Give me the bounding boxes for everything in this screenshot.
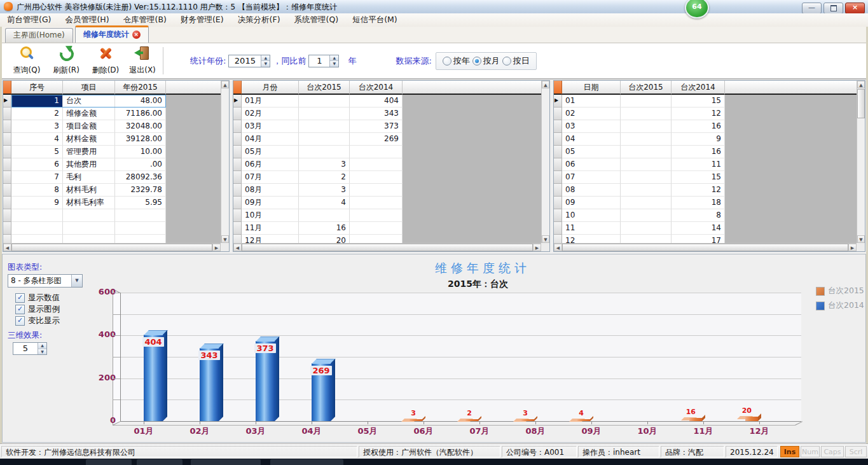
horizontal-scrollbar[interactable]: ◀▶ — [3, 243, 221, 251]
radio-按日[interactable]: 按日 — [502, 55, 530, 67]
table-cell[interactable]: 材料毛利率 — [63, 197, 115, 209]
table-cell[interactable]: 毛利 — [63, 171, 115, 184]
bar-taici2015[interactable] — [410, 419, 422, 421]
effect-3d-spinner[interactable]: 5 ▲▼ — [13, 342, 47, 355]
vertical-scrollbar[interactable]: ▲▼ — [857, 81, 865, 243]
table-cell[interactable]: 11 — [562, 222, 621, 235]
row-indicator[interactable] — [3, 235, 11, 243]
table-row[interactable]: 08月3 — [233, 184, 541, 197]
column-header[interactable]: 年份2015 — [115, 81, 166, 95]
table-cell[interactable]: 02 — [562, 108, 621, 120]
table-cell[interactable]: 3 — [299, 158, 350, 171]
table-cell[interactable]: 2 — [11, 108, 63, 120]
row-indicator[interactable] — [233, 158, 242, 171]
row-indicator[interactable] — [233, 184, 242, 197]
table-row[interactable]: ▶0115 — [554, 95, 857, 108]
table-cell[interactable] — [621, 158, 672, 171]
checkbox-icon[interactable]: ✓ — [15, 316, 25, 326]
compare-value[interactable]: 1 — [309, 55, 329, 67]
menu-item-系[interactable]: 系统管理(Q) — [287, 13, 346, 27]
menu-item-会[interactable]: 会员管理(H) — [58, 13, 116, 27]
table-cell[interactable]: 07 — [562, 171, 621, 184]
scroll-left-icon[interactable]: ◀ — [554, 244, 562, 251]
row-indicator[interactable] — [554, 184, 562, 197]
table-row[interactable]: 049 — [554, 133, 857, 146]
table-cell[interactable] — [621, 120, 672, 133]
row-indicator[interactable] — [554, 120, 562, 133]
row-indicator[interactable] — [554, 133, 562, 146]
row-indicator[interactable] — [554, 222, 562, 235]
table-cell[interactable]: 12月 — [242, 235, 299, 243]
row-indicator[interactable] — [3, 120, 11, 133]
table-cell[interactable]: 维修金额 — [63, 108, 115, 120]
table-cell[interactable] — [11, 209, 63, 222]
row-indicator[interactable] — [554, 197, 562, 209]
table-cell[interactable]: 373 — [350, 120, 403, 133]
scroll-down-icon[interactable]: ▼ — [221, 235, 229, 243]
table-row[interactable]: 06月3 — [233, 158, 541, 171]
table-row[interactable]: 07月2 — [233, 171, 541, 184]
table-row[interactable]: 1114 — [554, 222, 857, 235]
row-indicator[interactable]: ▶ — [3, 95, 11, 108]
month-grid[interactable]: 月份台次2015台次2014▶01月40402月34303月37304月2690… — [233, 80, 550, 252]
bar-taici2014[interactable] — [144, 335, 163, 421]
table-cell[interactable]: 03 — [562, 120, 621, 133]
table-cell[interactable]: 14 — [672, 222, 725, 235]
stat-year-spinner[interactable]: 2015 ▲▼ — [228, 55, 270, 67]
table-row[interactable] — [3, 209, 221, 222]
bar-taici2015[interactable] — [521, 419, 534, 421]
bar-taici2015[interactable] — [689, 418, 702, 421]
table-cell[interactable]: 15 — [672, 95, 725, 108]
scroll-right-icon[interactable]: ▶ — [212, 244, 221, 251]
table-cell[interactable] — [350, 197, 403, 209]
vertical-scrollbar[interactable]: ▲▼ — [541, 81, 549, 243]
table-row[interactable]: 09月4 — [233, 197, 541, 209]
table-cell[interactable] — [621, 95, 672, 108]
table-cell[interactable] — [621, 108, 672, 120]
table-cell[interactable]: 01月 — [242, 95, 299, 108]
table-cell[interactable]: 404 — [350, 95, 403, 108]
table-cell[interactable]: 2329.78 — [115, 184, 166, 197]
table-row[interactable]: 108 — [554, 209, 857, 222]
scroll-up-icon[interactable]: ▲ — [542, 81, 549, 88]
table-cell[interactable] — [621, 235, 672, 243]
table-cell[interactable]: 05月 — [242, 146, 299, 158]
scroll-left-icon[interactable]: ◀ — [3, 244, 11, 251]
table-row[interactable]: ▶1台次48.00 — [3, 95, 221, 108]
bar-taici2015[interactable] — [745, 417, 758, 421]
scroll-right-icon[interactable]: ▶ — [533, 244, 541, 251]
scroll-down-icon[interactable]: ▼ — [857, 235, 865, 243]
vertical-scrollbar[interactable]: ▲▼ — [221, 81, 229, 243]
table-row[interactable]: 9材料毛利率5.95 — [3, 197, 221, 209]
table-cell[interactable]: 06月 — [242, 158, 299, 171]
table-cell[interactable] — [115, 209, 166, 222]
table-row[interactable]: 6其他费用.00 — [3, 158, 221, 171]
table-cell[interactable]: 5.95 — [115, 197, 166, 209]
refresh-button[interactable]: 刷新(R) — [48, 46, 85, 76]
table-cell[interactable]: 08月 — [242, 184, 299, 197]
row-indicator[interactable] — [554, 146, 562, 158]
table-cell[interactable]: 02月 — [242, 108, 299, 120]
menu-item-仓[interactable]: 仓库管理(B) — [116, 13, 174, 27]
table-row[interactable]: ▶01月404 — [233, 95, 541, 108]
table-cell[interactable]: 20 — [299, 235, 350, 243]
table-row[interactable]: 8材料毛利2329.78 — [3, 184, 221, 197]
table-row[interactable]: 3项目金额32048.00 — [3, 120, 221, 133]
restore-button[interactable] — [823, 3, 843, 14]
table-row[interactable]: 0812 — [554, 184, 857, 197]
table-cell[interactable]: 16 — [672, 146, 725, 158]
horizontal-scrollbar[interactable]: ◀▶ — [554, 243, 857, 251]
scrollbar-thumb[interactable] — [11, 244, 212, 251]
table-cell[interactable]: 07月 — [242, 171, 299, 184]
row-indicator[interactable] — [233, 108, 242, 120]
table-row[interactable]: 0316 — [554, 120, 857, 133]
table-cell[interactable]: 09 — [562, 197, 621, 209]
table-cell[interactable]: 10.00 — [115, 146, 166, 158]
spin-down-icon[interactable]: ▼ — [38, 349, 46, 355]
row-indicator[interactable] — [233, 235, 242, 243]
table-cell[interactable]: 材料毛利 — [63, 184, 115, 197]
table-cell[interactable]: 16 — [672, 120, 725, 133]
table-cell[interactable]: 343 — [350, 108, 403, 120]
row-indicator[interactable] — [233, 222, 242, 235]
scrollbar-thumb[interactable] — [562, 244, 848, 251]
